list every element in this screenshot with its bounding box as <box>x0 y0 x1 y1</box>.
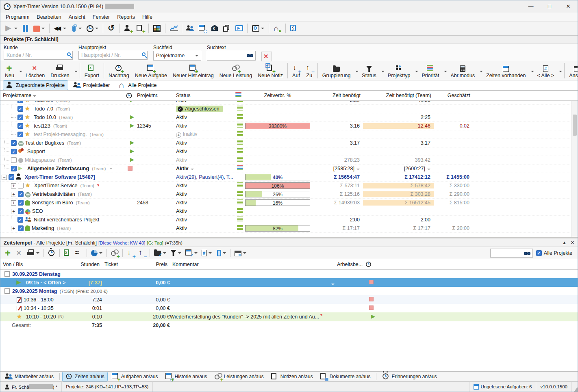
toolbar-button-calclock[interactable] <box>197 24 208 33</box>
column-stunden[interactable]: Stunden <box>78 262 102 267</box>
toolbar-button-addperson[interactable]: + <box>122 24 134 33</box>
row-checkbox[interactable]: ✓ <box>18 191 24 197</box>
dropdown-button[interactable] <box>529 68 534 74</box>
ts-toolbar-button-print[interactable] <box>26 249 41 258</box>
clear-search-button[interactable] <box>261 52 272 61</box>
ts-toolbar-button-funnel[interactable] <box>169 249 183 257</box>
row-menu-icon[interactable] <box>237 165 243 171</box>
row-checkbox[interactable]: ✓ <box>9 174 14 180</box>
hauptprojekt-input[interactable] <box>78 51 148 60</box>
timestamp-row[interactable]: 10:10 - 10:20(N)0:1020,00 €Wiederherstel… <box>0 312 578 321</box>
row-menu-icon[interactable] <box>237 114 243 119</box>
row-menu-cell[interactable] <box>235 208 244 214</box>
toggle-erinnerungen-an-aus[interactable]: Erinnerungen an/aus <box>379 372 440 381</box>
toolbar-button-stop3[interactable] <box>31 24 47 33</box>
ts-toolbar-button-approx[interactable] <box>74 249 84 258</box>
row-menu-icon[interactable] <box>237 208 243 213</box>
row-menu-icon[interactable] <box>237 131 243 136</box>
expand-toggle[interactable]: + <box>11 209 16 214</box>
action-status[interactable]: Status <box>359 62 379 79</box>
project-row[interactable]: ✓test Projekt-messaging.(Team) Inaktiv <box>0 130 578 139</box>
ts-toolbar-button-pie[interactable] <box>89 249 104 257</box>
toggle-leistungen-an-aus[interactable]: +Leistungen an/aus <box>211 372 267 381</box>
kunde-input[interactable] <box>4 51 73 60</box>
column-geschaetzt[interactable]: Geschätzt <box>434 93 473 98</box>
menu-programm[interactable]: Programm <box>2 13 33 21</box>
expand-toggle[interactable]: + <box>11 183 16 188</box>
action-drucken[interactable]: Drucken <box>48 62 72 79</box>
collapse-panel-button[interactable]: ▲ <box>562 240 567 245</box>
project-row[interactable]: ✓test123(Team)12345 Aktiv38300%3:1612:46… <box>0 122 578 130</box>
project-row[interactable]: +✓Sonstiges im Büro(Team)2453 Aktiv16%Σ … <box>0 199 578 207</box>
row-checkbox[interactable]: ✓ <box>18 225 24 231</box>
action-neuer-hist-eintrag[interactable]: +Neuer Hist.eintrag <box>170 62 217 79</box>
ts-toolbar-button-stopwatch[interactable] <box>46 249 57 258</box>
ts-toolbar-button-folderchk[interactable]: ✓ <box>152 249 168 258</box>
suchfeld-select[interactable]: Projektname <box>153 51 201 61</box>
row-checkbox[interactable]: ✓ <box>17 123 23 129</box>
action-neu[interactable]: Neu <box>2 62 17 79</box>
column-zeit-benoetigt-team[interactable]: Zeit benötigt (Team) <box>363 93 434 98</box>
ts-toolbar-button-xgray[interactable] <box>14 249 25 258</box>
timestamp-row[interactable]: 10:34 - 10:350:010,00 € <box>0 304 578 312</box>
ts-toolbar-button-device[interactable] <box>214 249 228 257</box>
action-zu[interactable]: −Zu <box>303 62 316 79</box>
column-zeitverbrauch[interactable]: Zeitverbr. % <box>244 93 311 98</box>
action-zeiten-vorhanden[interactable]: Zeiten vorhanden <box>483 62 528 79</box>
row-menu-icon[interactable] <box>237 148 243 154</box>
row-menu-cell[interactable] <box>235 165 244 172</box>
menu-reports[interactable]: Reports <box>113 13 139 21</box>
tab-projektleiter[interactable]: Projektleiter <box>70 80 113 90</box>
row-menu-cell[interactable] <box>235 182 244 189</box>
dropdown-button[interactable] <box>557 68 562 74</box>
action-export[interactable]: xExport <box>82 62 102 79</box>
expand-toggle[interactable]: + <box>11 226 16 231</box>
toggle-zeiten-an-aus[interactable]: Zeiten an/aus <box>62 372 108 381</box>
action-neue-leistung[interactable]: +Neue Leistung <box>217 62 255 79</box>
column-status[interactable]: Status <box>174 93 235 98</box>
row-menu-icon[interactable] <box>237 140 243 145</box>
project-row[interactable]: ✓Support Aktiv <box>0 147 578 156</box>
close-button[interactable]: ✕ <box>559 0 578 13</box>
timestamp-row[interactable]: 09:15 - < Offen >[7:37]0,00 € <box>0 278 578 287</box>
row-menu-icon[interactable] <box>237 217 243 222</box>
ts-toolbar-button-tbl[interactable] <box>233 249 248 257</box>
resize-grip[interactable] <box>572 382 578 392</box>
row-checkbox[interactable] <box>18 183 24 188</box>
action--alle-[interactable]: < Alle > <box>535 62 557 79</box>
column-preis[interactable]: Preis <box>133 262 170 267</box>
toolbar-button-rew[interactable] <box>52 24 68 33</box>
action-neue-notiz[interactable]: ◰+Neue Notiz <box>255 62 286 79</box>
menu-fenster[interactable]: Fenster <box>89 13 113 21</box>
action-gruppierung[interactable]: Gruppierung <box>319 62 354 79</box>
project-row[interactable]: +✓Marketing(Team) Aktiv82%Σ 17:17Σ 17:17… <box>0 224 578 233</box>
toggle-aufgaben-an-aus[interactable]: +Aufgaben an/aus <box>109 372 161 381</box>
action-priorit-t[interactable]: Priorität <box>419 62 442 79</box>
row-menu-icon[interactable] <box>237 106 243 111</box>
action-ansicht[interactable]: Ansicht <box>566 62 578 79</box>
action-projekttyp[interactable]: Projekttyp <box>385 62 413 79</box>
toggle-historie-an-aus[interactable]: +Historie an/aus <box>162 372 211 381</box>
menu-ansicht[interactable]: Ansicht <box>65 13 89 21</box>
ts-toolbar-button-chainplus[interactable]: + <box>109 249 120 258</box>
toolbar-button-reset[interactable] <box>106 24 117 33</box>
vertical-scrollbar[interactable] <box>571 101 578 237</box>
date-group-row[interactable]: −29.09.2025 Montag(7:35h) (Preis: 20,00 … <box>0 287 578 295</box>
toolbar-button-housegroup[interactable] <box>272 24 283 33</box>
project-row[interactable]: ✓Todo 7.0(Team)✓Abgeschlossen <box>0 105 578 113</box>
toggle-dokumente-an-aus[interactable]: ▤Dokumente an/aus <box>317 372 374 381</box>
action-abr-modus[interactable]: Abr.modus <box>448 62 478 79</box>
project-row[interactable]: ✓Nicht verrechenbares Projekt Aktiv2:002… <box>0 216 578 224</box>
row-menu-icon[interactable] <box>237 191 243 196</box>
project-row[interactable]: Mittagspause(Team) Aktiv278:23393:42 <box>0 156 578 165</box>
menu-bearbeiten[interactable]: Bearbeiten <box>33 13 65 21</box>
dropdown-button[interactable] <box>413 68 418 74</box>
toolbar-button-clockwin[interactable] <box>250 24 266 33</box>
toolbar-button-play3[interactable] <box>3 24 20 33</box>
row-menu-icon[interactable] <box>237 225 243 230</box>
row-checkbox[interactable]: ✓ <box>17 101 23 103</box>
toolbar-button-clock[interactable] <box>85 24 100 33</box>
row-menu-cell[interactable] <box>235 114 244 121</box>
ts-toolbar-button-hash[interactable] <box>200 249 213 257</box>
dropdown-button[interactable] <box>354 68 359 74</box>
